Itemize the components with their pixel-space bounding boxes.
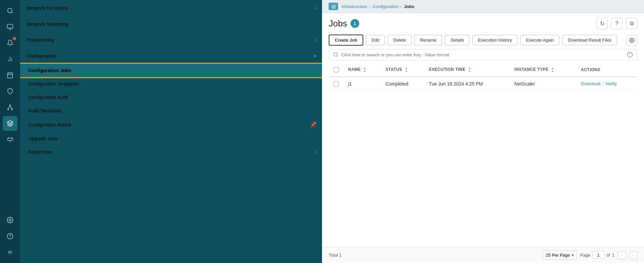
row-execution-time: Tue Jun 18 2024 4:25 PM [424,77,510,91]
notify-action-link[interactable]: Notify [605,81,616,87]
svg-point-22 [334,53,337,56]
calendar-icon[interactable] [3,68,17,83]
breadcrumb-icon: ▤ [329,3,338,10]
nav-sub-label: Configuration Advice [28,122,71,127]
monitor-icon[interactable] [3,19,17,34]
jobs-table: NAME ▲▼ STATUS ▲▼ EXECUTION TIME ▲▼ INST… [329,63,637,91]
layers-icon[interactable] [3,116,17,131]
nav-sub-label: Configuration Jobs [28,68,71,73]
external-link-button[interactable]: ⧉ [626,18,637,29]
collapse-icon[interactable] [3,245,17,260]
pagination: 25 Per Page ▾ Page of 1 ‹ › [543,251,637,260]
rename-button[interactable]: Rename [414,35,442,45]
sidebar-item-configuration-templates[interactable]: Configuration Templates [20,77,322,91]
nav-sub-label: Kubernetes [28,149,52,155]
settings-icon[interactable] [3,213,17,227]
chevron-down-icon: ∨ [314,53,317,58]
search-bar [329,49,637,60]
chevron-right-icon: › [315,38,317,42]
chevron-right-icon: › [315,150,317,154]
svg-line-15 [8,106,10,109]
col-name: NAME ▲▼ [343,63,381,77]
sidebar-item-audit-templates[interactable]: Audit Templates [20,104,322,117]
svg-rect-8 [8,73,13,78]
sort-execution-time-icon[interactable]: ▲▼ [468,66,471,73]
network-icon[interactable] [3,100,17,115]
svg-point-14 [11,109,12,110]
create-job-button[interactable]: Create Job [329,35,363,46]
bell-icon[interactable] [3,36,17,50]
search-icon[interactable] [3,3,17,18]
per-page-select[interactable]: 25 Per Page ▾ [543,251,577,260]
sidebar-item-configuration-audit[interactable]: Configuration Audit [20,91,322,104]
next-page-button[interactable]: › [629,251,637,259]
page-number-input[interactable] [592,251,604,259]
svg-line-16 [10,106,12,109]
download-result-files-button[interactable]: Download Result Files [562,35,617,45]
svg-point-0 [8,8,12,13]
edit-button[interactable]: Edit [366,35,385,45]
action-separator: | [602,81,604,87]
help-circle-icon[interactable] [3,229,17,244]
row-instance-type: NetScaler [510,77,576,91]
svg-rect-2 [7,24,13,29]
nav-sub-label: Configuration Templates [28,81,79,87]
details-button[interactable]: Details [445,35,470,45]
search-input-icon [333,52,338,57]
svg-point-13 [8,109,9,110]
svg-line-1 [11,12,13,13]
plug-icon[interactable] [3,132,17,147]
breadcrumb-infrastructure[interactable]: Infrastructure [341,4,367,9]
total-label: Total 1 [329,253,341,258]
search-input[interactable] [341,52,624,57]
sidebar-item-configuration-advice[interactable]: Configuration Advice 📌 [20,117,322,132]
sort-name-icon[interactable]: ▲▼ [363,66,366,73]
notification-badge [13,37,16,40]
table-row: j1 Completed Tue Jun 18 2024 4:25 PM Net… [329,77,637,91]
row-checkbox-cell [329,77,343,91]
sort-instance-type-icon[interactable]: ▲▼ [551,66,554,73]
execution-history-button[interactable]: Execution History [472,35,518,45]
chevron-down-icon: ▾ [572,253,574,258]
sidebar-item-upgrade-jobs[interactable]: Upgrade Jobs [20,132,322,145]
toolbar: Create Job Edit Delete Rename Details Ex… [322,33,644,49]
header-actions: ↻ ? ⧉ [596,18,637,29]
table-settings-button[interactable] [627,35,637,46]
refresh-button[interactable]: ↻ [596,18,608,29]
row-checkbox[interactable] [333,81,339,87]
svg-point-21 [631,40,633,41]
sidebar-item-configuration-jobs[interactable]: Configuration Jobs [20,64,322,77]
breadcrumb: ▤ Infrastructure › Configuration › Jobs [322,0,644,13]
select-all-header [329,63,343,77]
sidebar-item-configuration[interactable]: Configuration ∨ [20,48,322,64]
page-header: Jobs 1 ↻ ? ⧉ [322,13,644,33]
sidebar-item-network-functions[interactable]: Network Functions › [20,0,322,16]
chevron-right-icon: › [315,6,317,10]
download-action-link[interactable]: Download [581,81,600,87]
icon-rail [0,0,20,263]
svg-marker-17 [7,121,13,123]
nav-sub-label: Upgrade Jobs [28,136,57,141]
chart-icon[interactable] [3,52,17,66]
delete-button[interactable]: Delete [388,35,412,45]
search-info-icon[interactable] [627,52,633,58]
prev-page-button[interactable]: ‹ [618,251,626,259]
main-content: ▤ Infrastructure › Configuration › Jobs … [322,0,644,263]
shield-icon[interactable] [3,84,17,99]
col-status: STATUS ▲▼ [381,63,424,77]
page-title: Jobs 1 [329,18,359,29]
breadcrumb-configuration[interactable]: Configuration [373,4,398,9]
sidebar-nav: Network Functions › Network Reporting Pr… [20,0,322,263]
execute-again-button[interactable]: Execute Again [520,35,559,45]
jobs-table-container: NAME ▲▼ STATUS ▲▼ EXECUTION TIME ▲▼ INST… [329,63,637,247]
sidebar-item-network-reporting[interactable]: Network Reporting [20,16,322,32]
svg-point-12 [9,105,10,106]
help-button[interactable]: ? [611,18,623,29]
sidebar-item-kubernetes[interactable]: Kubernetes › [20,145,322,159]
breadcrumb-sep-1: › [369,4,371,9]
nav-sub-label: Configuration Audit [28,95,68,100]
sidebar-item-provisioning[interactable]: Provisioning › [20,32,322,48]
select-all-checkbox[interactable] [333,67,339,72]
sort-status-icon[interactable]: ▲▼ [405,66,408,73]
row-actions: Download | Notify [576,77,637,91]
